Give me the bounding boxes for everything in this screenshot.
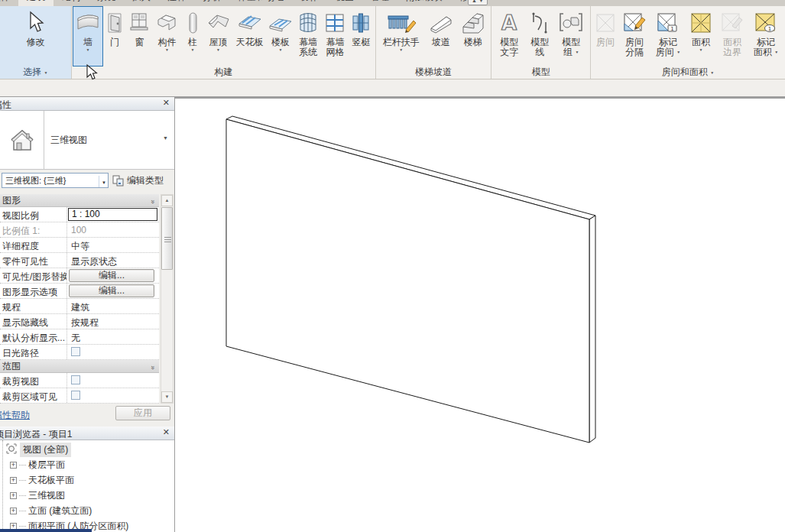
prop-value[interactable]: 显示原状态 [67, 253, 159, 268]
roof-button[interactable]: 屋顶 ▼ [203, 7, 232, 66]
crop-visible-checkbox[interactable] [71, 391, 80, 400]
house-icon [7, 125, 37, 155]
scroll-up-icon[interactable]: ▲ [161, 195, 173, 206]
tree-item-label[interactable]: 立面 (建筑立面) [28, 504, 92, 517]
tree-item-label[interactable]: 楼层平面 [28, 459, 65, 472]
component-label: 构件 [157, 37, 176, 47]
floor-button[interactable]: 楼板 ▼ [267, 7, 294, 66]
section-header-extents[interactable]: 范围» [0, 360, 159, 373]
tag-room-label-1: 标记 [659, 37, 677, 47]
prop-value[interactable]: 中等 [67, 238, 159, 252]
area-button[interactable]: 面积 ▼ [686, 7, 716, 66]
tab-view[interactable]: 视图 [327, 0, 362, 6]
section-header-graphics[interactable]: 图形» [0, 194, 159, 207]
prop-value[interactable]: 无 [67, 329, 159, 344]
scrollbar-thumb[interactable] [161, 207, 173, 270]
tree-item-3d-views[interactable]: + 三维视图 [0, 488, 174, 503]
scroll-down-icon[interactable]: ▼ [161, 391, 173, 403]
properties-title-bar[interactable]: 属性 ✕ [0, 97, 174, 111]
close-icon[interactable]: ✕ [163, 98, 170, 108]
railing-label: 栏杆扶手 [383, 37, 420, 47]
room-separator-button[interactable]: 房间分隔 [618, 7, 650, 66]
model-line-label-2: 线 [535, 47, 544, 57]
ramp-icon [427, 8, 455, 37]
wall-3d-view[interactable] [175, 99, 785, 532]
tab-massing-site[interactable]: 体量和场地 [229, 0, 292, 6]
expand-icon[interactable]: + [10, 508, 17, 514]
model-group-button[interactable]: 模型组 ▼ [554, 7, 588, 66]
mullion-button[interactable]: 竖梃 [349, 7, 374, 66]
crop-view-checkbox[interactable] [71, 375, 80, 384]
edit-button[interactable]: 编辑... [69, 284, 154, 297]
type-selector[interactable]: 三维视图 ▼ [0, 111, 174, 170]
close-icon[interactable]: ✕ [163, 427, 170, 437]
area-boundary-label-1: 面积 [723, 37, 741, 47]
tree-item-ceiling-plans[interactable]: + 天花板平面 [0, 472, 174, 488]
tab-analyze[interactable]: 分析 [194, 0, 229, 6]
tab-architecture[interactable]: 建筑 [18, 0, 54, 6]
properties-scrollbar[interactable]: ▲ ▼ [161, 194, 174, 404]
taskbar-edge [0, 529, 92, 532]
drawing-area[interactable] [175, 97, 785, 532]
tag-room-button[interactable]: 1 标记房间 ▼ [650, 7, 686, 66]
edit-type-button[interactable]: 编辑类型 [112, 174, 164, 187]
tab-addins[interactable]: 附加模块 [397, 0, 451, 6]
edit-type-label: 编辑类型 [127, 174, 164, 187]
stair-button[interactable]: 楼梯 [457, 7, 489, 66]
panel-label-model[interactable]: 模型 [491, 66, 590, 79]
tree-root-views[interactable]: 视图 (全部) [0, 442, 174, 457]
tag-area-button[interactable]: 1 标记面积 ▼ [748, 7, 783, 66]
chevron-down-icon: ▼ [774, 50, 778, 54]
model-line-button[interactable]: 模型线 [525, 7, 554, 66]
prop-value[interactable]: 按规程 [67, 314, 159, 329]
chevron-down-icon: ▼ [99, 176, 106, 188]
tree-item-label[interactable]: 三维视图 [28, 489, 65, 502]
project-browser-title-bar[interactable]: 项目浏览器 - 项目1 ✕ [0, 427, 174, 440]
area-boundary-button: 面积边界 [716, 7, 748, 66]
tree-item-elevations[interactable]: + 立面 (建筑立面) [0, 503, 174, 518]
tree-item-floor-plans[interactable]: + 楼层平面 [0, 457, 174, 472]
sun-path-checkbox[interactable] [71, 347, 80, 356]
ribbon-minimize-button[interactable]: ▲▼ [468, 0, 488, 5]
tree-item-label[interactable]: 天花板平面 [28, 474, 74, 487]
prop-value[interactable]: 建筑 [67, 299, 159, 313]
tab-systems[interactable]: 系统 [89, 0, 124, 6]
expand-icon[interactable]: + [10, 492, 17, 499]
view-scale-input[interactable]: 1 : 100 [68, 208, 157, 221]
modify-button[interactable]: 修改 [11, 7, 60, 66]
expand-icon[interactable]: + [10, 462, 17, 469]
tab-insert[interactable]: 插入 [124, 0, 159, 6]
chevron-down-icon: ▼ [710, 70, 714, 75]
curtain-grid-button[interactable]: 幕墙网格 [322, 7, 349, 66]
model-line-label-1: 模型 [530, 37, 549, 47]
instance-selector[interactable]: 三维视图: {三维} ▼ [2, 173, 109, 188]
tree-root-label[interactable]: 视图 (全部) [20, 443, 71, 457]
properties-help-link[interactable]: 属性帮助 [0, 409, 30, 422]
railing-button[interactable]: 栏杆扶手 ▼ [378, 7, 425, 66]
apply-button[interactable]: 应用 [115, 406, 170, 420]
curtain-system-button[interactable]: 幕墙系统 [294, 7, 321, 66]
column-button[interactable]: 柱 ▼ [182, 7, 204, 66]
properties-title: 属性 [0, 99, 11, 111]
component-button[interactable]: 构件 ▼ [152, 7, 181, 66]
panel-label-build[interactable]: 构建 [72, 66, 375, 79]
tab-annotate[interactable]: 注释 [159, 0, 194, 6]
edit-button[interactable]: 编辑... [69, 269, 154, 282]
panel-label-circulation[interactable]: 楼梯坡道 [376, 66, 491, 79]
panel-label-room-area[interactable]: 房间和面积 ▼ [591, 66, 785, 79]
chevron-down-icon[interactable]: ▼ [163, 135, 168, 141]
tab-manage[interactable]: 管理 [362, 0, 397, 6]
tab-collaborate[interactable]: 协作 [292, 0, 327, 6]
door-button[interactable]: 门 [102, 7, 127, 66]
ribbon: 修改 选择 ▼ 墙 ▼ 门 [0, 6, 785, 79]
ramp-button[interactable]: 坡道 [425, 7, 457, 66]
expand-icon[interactable]: + [10, 477, 17, 484]
tab-file[interactable]: 文件 [0, 0, 18, 6]
tab-structure[interactable]: 结构 [54, 0, 89, 6]
panel-label-select[interactable]: 选择 ▼ [0, 66, 71, 79]
window-button[interactable]: 窗 [127, 7, 153, 66]
ceiling-button[interactable]: 天花板 [233, 7, 267, 66]
wall-button[interactable]: 墙 ▼ [73, 7, 102, 66]
model-text-button[interactable]: A 模型文字 [493, 7, 525, 66]
prop-label: 默认分析显示... [0, 329, 67, 344]
